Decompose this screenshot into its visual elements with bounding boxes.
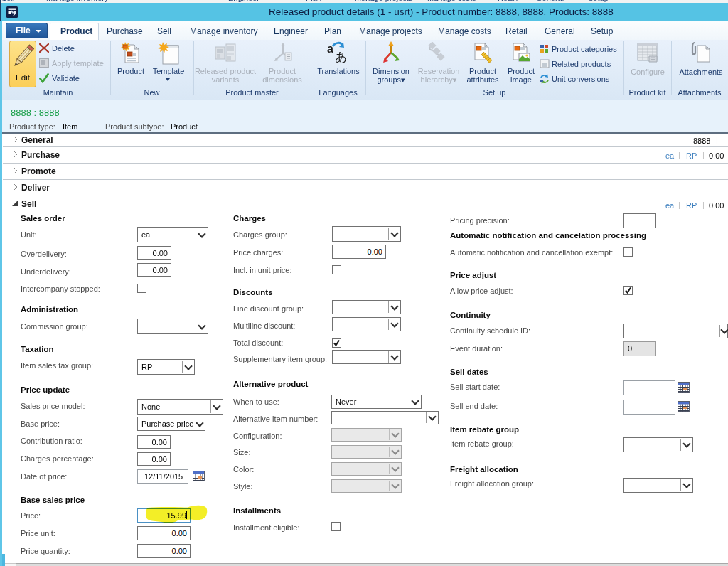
svg-text:あ: あ: [335, 50, 347, 64]
svg-text:a: a: [327, 43, 333, 55]
